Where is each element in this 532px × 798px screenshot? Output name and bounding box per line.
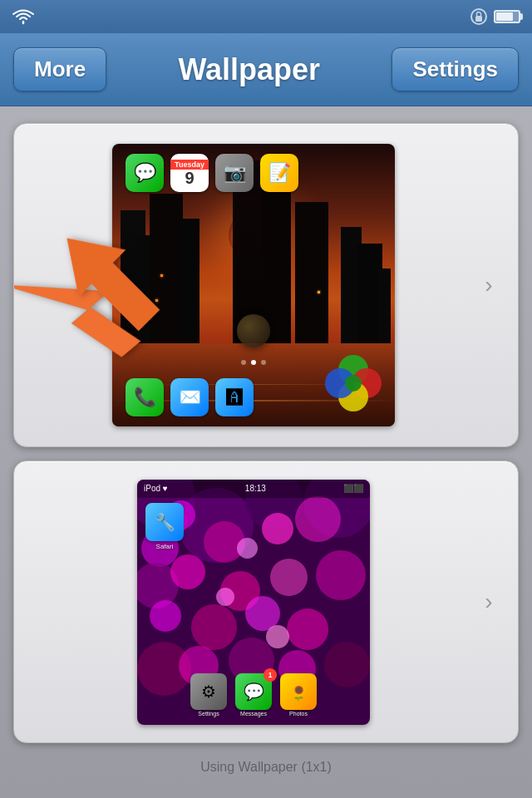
status-right (470, 8, 520, 25)
svg-rect-0 (475, 16, 482, 22)
ipod-preview-image: iPod ♥ 18:13 ⬛⬛ 🔧 Safari ⚙ Settings (137, 480, 370, 725)
lock-icon (470, 8, 487, 25)
content-area: 💬 Tuesday 9 📷 📝 📞 ✉️ (0, 106, 532, 798)
preview-flowers: iPod ♥ 18:13 ⬛⬛ 🔧 Safari ⚙ Settings (31, 480, 476, 725)
status-bar (0, 0, 532, 33)
chevron-right-icon-2[interactable]: › (476, 589, 501, 614)
chevron-right-icon[interactable]: › (476, 273, 501, 298)
battery-icon (494, 10, 520, 23)
settings-button[interactable]: Settings (392, 47, 519, 91)
scifi-preview-image: 💬 Tuesday 9 📷 📝 📞 ✉️ (112, 144, 395, 426)
wallpaper-card-scifi[interactable]: 💬 Tuesday 9 📷 📝 📞 ✉️ (13, 123, 519, 447)
wallpaper-card-flowers[interactable]: iPod ♥ 18:13 ⬛⬛ 🔧 Safari ⚙ Settings (13, 461, 519, 743)
page-title: Wallpaper (178, 52, 320, 87)
more-button[interactable]: More (13, 47, 106, 91)
wifi-icon (12, 8, 35, 25)
preview-scifi: 💬 Tuesday 9 📷 📝 📞 ✉️ (31, 144, 476, 426)
nav-bar: More Wallpaper Settings (0, 33, 532, 106)
svg-point-5 (345, 375, 362, 392)
bottom-hint: Using Wallpaper (1x1) (13, 760, 519, 775)
